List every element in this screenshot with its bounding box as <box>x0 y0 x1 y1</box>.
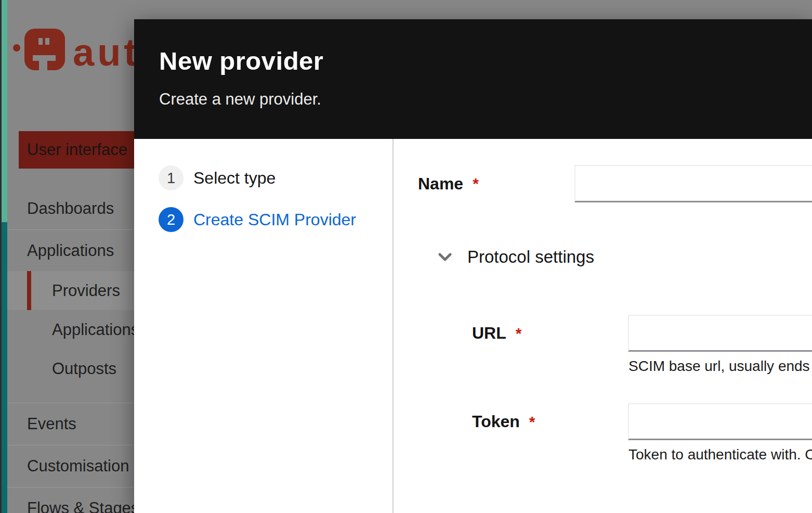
required-asterisk: * <box>516 325 522 342</box>
modal-header: New provider Create a new provider. <box>134 19 812 139</box>
token-field-label: Token * <box>472 403 535 440</box>
window-edge-stripe-bottom <box>2 222 7 513</box>
user-interface-label: User interface <box>27 131 127 169</box>
modal-subtitle: Create a new provider. <box>159 90 787 109</box>
wizard-nav: 1 Select type 2 Create SCIM Provider <box>134 139 394 513</box>
step-number-badge: 2 <box>159 207 184 232</box>
required-asterisk: * <box>529 413 535 431</box>
name-input[interactable] <box>574 165 812 202</box>
required-asterisk: * <box>473 175 479 193</box>
logo-key-ring <box>13 44 20 52</box>
new-provider-modal: New provider Create a new provider. 1 Se… <box>134 19 812 513</box>
provider-form-panel: Name * Protocol settings URL * SCIM base… <box>394 139 812 513</box>
protocol-settings-title: Protocol settings <box>467 247 594 267</box>
url-field-label: URL * <box>472 315 521 352</box>
wizard-step-create-scim-provider[interactable]: 2 Create SCIM Provider <box>159 207 392 232</box>
active-item-indicator <box>27 271 31 310</box>
url-input[interactable] <box>628 315 812 352</box>
step-label: Select type <box>193 169 276 188</box>
url-helper-text: SCIM base url, usually ends in <box>628 358 812 375</box>
modal-title: New provider <box>159 46 787 75</box>
name-field-label: Name * <box>418 165 479 202</box>
token-input[interactable] <box>628 403 812 440</box>
chevron-down-icon <box>438 252 452 262</box>
step-number-badge: 1 <box>159 165 184 190</box>
step-label: Create SCIM Provider <box>193 210 356 229</box>
modal-body: 1 Select type 2 Create SCIM Provider Nam… <box>134 139 812 513</box>
wizard-step-select-type[interactable]: 1 Select type <box>159 165 392 190</box>
token-helper-text: Token to authenticate with. C <box>628 446 812 463</box>
protocol-settings-toggle[interactable]: Protocol settings <box>438 248 594 266</box>
window-edge-stripe-top <box>2 0 7 222</box>
